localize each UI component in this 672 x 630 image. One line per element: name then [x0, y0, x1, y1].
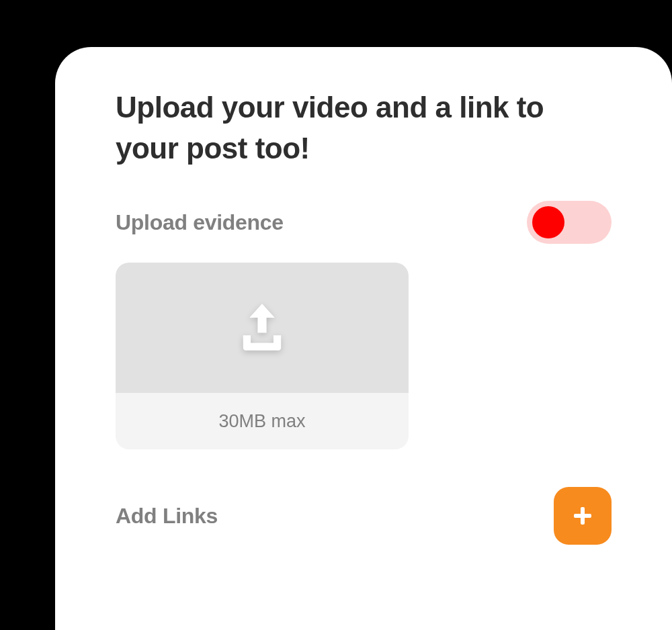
upload-dropzone-top	[116, 263, 409, 393]
evidence-toggle[interactable]	[527, 201, 612, 244]
upload-dropzone-bottom: 30MB max	[116, 393, 409, 449]
links-row: Add Links	[116, 487, 612, 545]
add-link-button[interactable]	[554, 487, 612, 545]
svg-rect-1	[574, 514, 591, 518]
links-label: Add Links	[116, 504, 218, 529]
upload-dropzone[interactable]: 30MB max	[116, 263, 409, 449]
evidence-label: Upload evidence	[116, 210, 284, 235]
card-heading: Upload your video and a link to your pos…	[116, 87, 612, 169]
toggle-knob	[532, 206, 564, 238]
upload-icon	[230, 296, 294, 359]
upload-hint: 30MB max	[218, 411, 305, 432]
upload-card: Upload your video and a link to your pos…	[55, 47, 672, 630]
plus-icon	[573, 506, 593, 526]
evidence-row: Upload evidence	[116, 201, 612, 244]
